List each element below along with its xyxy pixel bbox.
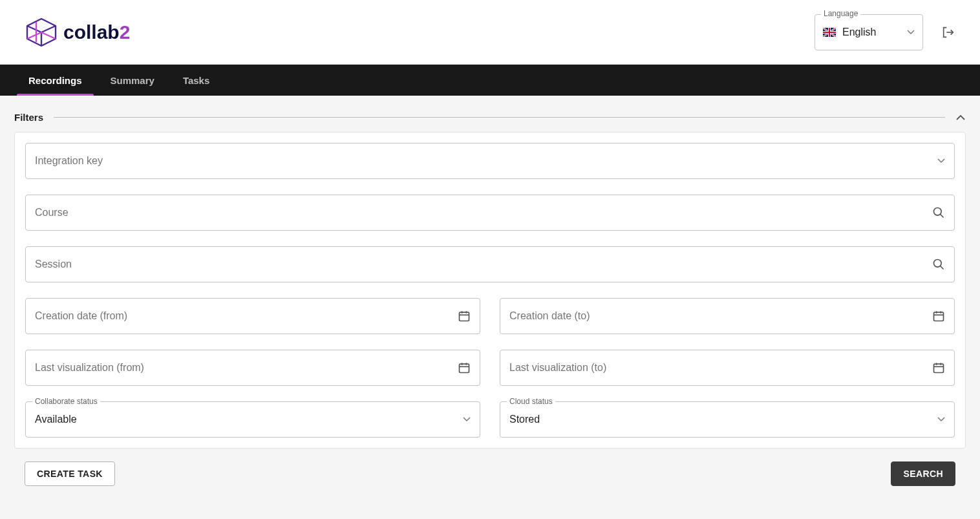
divider bbox=[54, 117, 945, 118]
svg-line-3 bbox=[941, 215, 944, 218]
chevron-down-icon bbox=[463, 417, 471, 422]
last-viz-from-field[interactable] bbox=[25, 350, 480, 386]
search-button[interactable]: Search bbox=[891, 461, 955, 486]
collaborate-status-value: Available bbox=[35, 414, 463, 425]
svg-line-5 bbox=[941, 266, 944, 270]
logo-text: collab2 bbox=[63, 21, 130, 43]
svg-rect-10 bbox=[934, 312, 944, 321]
cloud-status-value: Stored bbox=[509, 414, 937, 425]
course-input[interactable] bbox=[35, 207, 932, 218]
main-content: Filters Integration key bbox=[0, 96, 980, 519]
integration-key-select[interactable]: Integration key bbox=[25, 143, 955, 179]
last-viz-to-field[interactable] bbox=[500, 350, 955, 386]
tab-recordings[interactable]: Recordings bbox=[14, 65, 96, 96]
action-bar: Create task Search bbox=[0, 449, 980, 486]
search-icon[interactable] bbox=[932, 258, 945, 271]
chevron-down-icon bbox=[937, 158, 945, 164]
language-select[interactable]: English bbox=[815, 14, 923, 50]
svg-rect-6 bbox=[460, 312, 469, 321]
collaborate-status-select[interactable]: Collaborate status Available bbox=[25, 401, 480, 438]
app-header: collab2 Language English bbox=[0, 0, 980, 65]
collaborate-status-label: Collaborate status bbox=[32, 397, 100, 406]
create-task-button[interactable]: Create task bbox=[25, 461, 115, 486]
logo[interactable]: collab2 bbox=[25, 17, 130, 47]
creation-date-row bbox=[25, 298, 955, 334]
session-field[interactable] bbox=[25, 246, 955, 282]
calendar-icon[interactable] bbox=[458, 361, 471, 374]
calendar-icon[interactable] bbox=[458, 310, 471, 323]
creation-date-from-input[interactable] bbox=[35, 310, 458, 322]
filters-title: Filters bbox=[14, 112, 43, 123]
chevron-up-icon[interactable] bbox=[955, 114, 966, 121]
search-icon[interactable] bbox=[932, 206, 945, 219]
chevron-down-icon bbox=[937, 417, 945, 422]
logo-icon bbox=[25, 17, 58, 47]
creation-date-to-input[interactable] bbox=[509, 310, 932, 322]
svg-point-2 bbox=[934, 208, 942, 216]
cloud-status-label: Cloud status bbox=[507, 397, 555, 406]
filters-panel: Integration key bbox=[14, 132, 966, 449]
calendar-icon[interactable] bbox=[932, 310, 945, 323]
svg-point-4 bbox=[934, 260, 942, 268]
nav-tabs: Recordings Summary Tasks bbox=[0, 65, 980, 96]
last-viz-from-input[interactable] bbox=[35, 362, 458, 374]
last-viz-row bbox=[25, 350, 955, 386]
creation-date-from-field[interactable] bbox=[25, 298, 480, 334]
header-right: Language English bbox=[815, 14, 955, 50]
integration-key-placeholder: Integration key bbox=[35, 155, 937, 167]
tab-label: Summary bbox=[111, 75, 154, 86]
cloud-status-select[interactable]: Cloud status Stored bbox=[500, 401, 955, 438]
svg-rect-14 bbox=[460, 364, 469, 372]
calendar-icon[interactable] bbox=[932, 361, 945, 374]
session-input[interactable] bbox=[35, 259, 932, 270]
course-field[interactable] bbox=[25, 195, 955, 231]
tab-label: Recordings bbox=[28, 75, 82, 86]
last-viz-to-input[interactable] bbox=[509, 362, 932, 374]
logout-icon[interactable] bbox=[941, 25, 955, 39]
language-value: English bbox=[842, 26, 900, 38]
status-row: Collaborate status Available Cloud statu… bbox=[25, 401, 955, 438]
tab-label: Tasks bbox=[183, 75, 209, 86]
language-select-wrap: Language English bbox=[815, 14, 923, 50]
tab-summary[interactable]: Summary bbox=[96, 65, 169, 96]
filters-header: Filters bbox=[0, 96, 980, 132]
tab-tasks[interactable]: Tasks bbox=[169, 65, 224, 96]
uk-flag-icon bbox=[823, 28, 836, 37]
chevron-down-icon bbox=[907, 30, 915, 35]
svg-rect-18 bbox=[934, 364, 944, 372]
creation-date-to-field[interactable] bbox=[500, 298, 955, 334]
language-label: Language bbox=[821, 9, 860, 18]
